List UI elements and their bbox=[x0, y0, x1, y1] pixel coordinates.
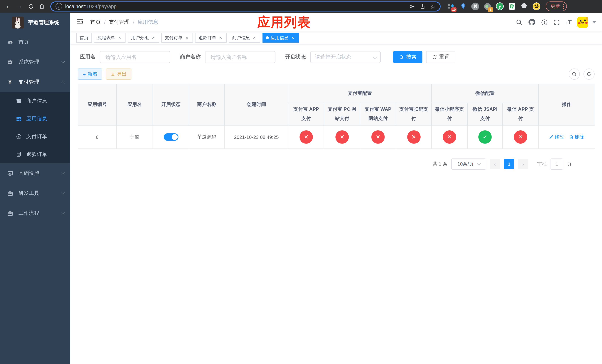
site-info-icon[interactable]: i bbox=[55, 3, 62, 10]
plus-icon: + bbox=[83, 71, 86, 77]
tab-refund-order[interactable]: 退款订单× bbox=[195, 33, 226, 43]
table-tools bbox=[569, 68, 595, 80]
enable-switch[interactable] bbox=[163, 133, 178, 141]
home-icon[interactable] bbox=[37, 1, 47, 11]
browser-toolbar: ← → i localhost:1024/pay/app ☆ 10 ⌘ bbox=[0, 0, 602, 13]
extension-balloon-icon[interactable] bbox=[459, 2, 467, 11]
back-icon[interactable]: ← bbox=[4, 1, 13, 11]
add-button[interactable]: + 新增 bbox=[78, 68, 102, 80]
sidebar-item-pay-order[interactable]: ¥ 支付订单 bbox=[0, 128, 70, 146]
toggle-search-button[interactable] bbox=[569, 68, 580, 80]
table-toolbar: + 新增 导出 bbox=[78, 67, 595, 81]
sidebar-item-system[interactable]: 系统管理 bbox=[0, 52, 70, 72]
export-button[interactable]: 导出 bbox=[106, 68, 131, 80]
fullscreen-icon[interactable] bbox=[553, 19, 560, 26]
page-1-button[interactable]: 1 bbox=[504, 159, 514, 169]
search-icon bbox=[572, 72, 577, 77]
logo-row[interactable]: 芋道管理系统 bbox=[0, 13, 70, 32]
address-bar[interactable]: i localhost:1024/pay/app ☆ bbox=[50, 1, 441, 11]
goto-page-input[interactable]: 1 bbox=[550, 159, 563, 170]
page-annotation: 应用列表 bbox=[257, 13, 311, 31]
tab-process-form[interactable]: 流程表单× bbox=[94, 33, 126, 43]
search-form: 应用名 商户名称 开启状态 请选择开启状态 搜索 bbox=[78, 49, 595, 65]
sidebar-item-dev-tools[interactable]: 研发工具 bbox=[0, 183, 70, 203]
avatar-caret-icon[interactable] bbox=[592, 21, 596, 23]
close-icon[interactable]: × bbox=[218, 35, 223, 40]
sidebar-item-app-info[interactable]: 应用信息 bbox=[0, 110, 70, 128]
tab-app-info[interactable]: 应用信息× bbox=[262, 33, 299, 43]
tab-merchant-info[interactable]: 商户信息× bbox=[229, 33, 260, 43]
yen-icon: ¥ bbox=[7, 79, 13, 86]
sidebar-item-label: 工作流程 bbox=[19, 210, 39, 217]
refresh-icon bbox=[432, 55, 437, 59]
merchant-name-input[interactable] bbox=[210, 54, 271, 60]
reload-icon[interactable] bbox=[26, 1, 35, 11]
extension-recorder-icon[interactable]: 1 bbox=[483, 2, 492, 11]
col-ops: 操作 bbox=[538, 84, 595, 125]
edit-link[interactable]: 修改 bbox=[549, 134, 564, 140]
close-icon[interactable]: × bbox=[117, 35, 122, 40]
breadcrumb-home[interactable]: 首页 bbox=[90, 19, 101, 26]
status-badge: ✕ bbox=[300, 130, 313, 144]
refresh-table-button[interactable] bbox=[583, 68, 595, 80]
breadcrumb: 首页 / 支付管理 / 应用信息 bbox=[90, 19, 159, 26]
document-icon bbox=[16, 151, 22, 157]
sidebar-item-infrastructure[interactable]: 基础设施 bbox=[0, 163, 70, 183]
pagination: 共 1 条 10条/页 ‹ 1 › 前往 1 页 bbox=[78, 159, 595, 170]
tab-home[interactable]: 首页 bbox=[76, 33, 92, 43]
sidebar-item-workflow[interactable]: 工作流程 bbox=[0, 203, 70, 223]
reset-button[interactable]: 重置 bbox=[426, 51, 455, 63]
close-icon[interactable]: × bbox=[151, 35, 156, 40]
search-button[interactable]: 搜索 bbox=[393, 51, 422, 63]
forward-icon[interactable]: → bbox=[15, 1, 24, 11]
page-size-select[interactable]: 10条/页 bbox=[451, 159, 486, 170]
trash-icon bbox=[569, 135, 574, 139]
breadcrumb-payment[interactable]: 支付管理 bbox=[109, 19, 129, 26]
close-icon[interactable]: × bbox=[252, 35, 257, 40]
sidebar-item-payment[interactable]: ¥ 支付管理 bbox=[0, 72, 70, 92]
app-name-input[interactable] bbox=[105, 54, 165, 60]
sidebar-item-home[interactable]: 首页 bbox=[0, 32, 70, 52]
next-page-button[interactable]: › bbox=[518, 159, 528, 169]
font-size-icon[interactable]: TT bbox=[566, 19, 572, 25]
chevron-down-icon bbox=[477, 162, 481, 165]
delete-link[interactable]: 删除 bbox=[569, 134, 584, 140]
sidebar-item-label: 应用信息 bbox=[26, 116, 47, 122]
chevron-down-icon bbox=[61, 211, 65, 215]
share-icon[interactable] bbox=[420, 3, 425, 9]
extension-notes-icon[interactable] bbox=[508, 2, 516, 11]
bookmark-star-icon[interactable]: ☆ bbox=[430, 3, 435, 10]
status-select[interactable]: 请选择开启状态 bbox=[310, 51, 381, 63]
goto-label: 前往 bbox=[537, 161, 547, 167]
cell-create-time: 2021-10-23 08:49:25 bbox=[225, 125, 288, 149]
help-icon[interactable]: ? bbox=[541, 19, 548, 26]
close-icon[interactable]: × bbox=[184, 35, 190, 40]
sidebar-fold-icon[interactable] bbox=[76, 18, 85, 26]
browser-menu-icon[interactable] bbox=[563, 4, 564, 9]
payment-submenu: 商户信息 应用信息 ¥ 支付订单 bbox=[0, 92, 70, 163]
browser-update-button[interactable]: 更新 bbox=[546, 1, 567, 11]
header-search-icon[interactable] bbox=[516, 19, 522, 26]
extensions-puzzle-icon[interactable] bbox=[520, 2, 528, 11]
extension-diamond-icon[interactable]: 10 bbox=[447, 2, 455, 11]
tab-user-group[interactable]: 用户分组× bbox=[128, 33, 159, 43]
prev-page-button[interactable]: ‹ bbox=[490, 159, 500, 169]
cell-ops: 修改 删除 bbox=[538, 125, 595, 149]
status-badge: ✕ bbox=[335, 130, 349, 144]
sidebar-item-merchant-info[interactable]: 商户信息 bbox=[0, 92, 70, 110]
extension-green-y-icon[interactable]: y bbox=[495, 2, 504, 11]
tab-pay-order[interactable]: 支付订单× bbox=[161, 33, 193, 43]
pagination-total: 共 1 条 bbox=[433, 161, 448, 167]
user-avatar[interactable] bbox=[577, 17, 588, 28]
sidebar-item-refund-order[interactable]: 退款订单 bbox=[0, 146, 70, 163]
github-icon[interactable] bbox=[528, 19, 535, 26]
extension-command-icon[interactable]: ⌘ bbox=[471, 2, 479, 11]
screen: ← → i localhost:1024/pay/app ☆ 10 ⌘ bbox=[0, 0, 602, 364]
status-badge: ✕ bbox=[514, 130, 527, 144]
cell-app-id: 6 bbox=[78, 125, 117, 149]
close-icon[interactable]: × bbox=[290, 35, 295, 40]
password-key-icon[interactable] bbox=[408, 3, 415, 10]
url-text[interactable]: localhost:1024/pay/app bbox=[65, 3, 117, 9]
col-group-wechat: 微信配置 bbox=[431, 84, 538, 103]
profile-avatar-emoji[interactable] bbox=[532, 2, 540, 11]
